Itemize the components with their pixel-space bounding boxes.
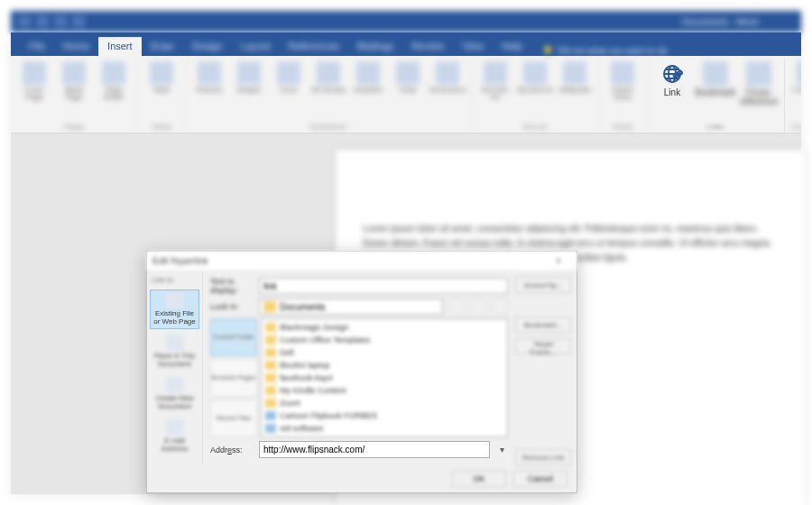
list-item: facebook-kay4 <box>265 372 503 384</box>
chart-button[interactable]: Chart <box>390 61 426 110</box>
list-item: Custom Office Templates <box>265 334 503 346</box>
get-addins-button[interactable]: Get Add-ins <box>477 61 513 110</box>
text-to-display-label: Text to display: <box>210 277 254 295</box>
browse-file-button[interactable] <box>492 298 508 315</box>
wikipedia-button[interactable]: Wikipedia <box>557 61 593 110</box>
tab-layout[interactable]: Layout <box>232 37 280 56</box>
look-in-label: Look in: <box>210 302 254 311</box>
list-item: Blackmagic Design <box>265 321 503 334</box>
globe-page-icon <box>166 292 184 308</box>
list-item: libx264 laptop <box>265 359 503 372</box>
cover-page-button[interactable]: Cover Page <box>16 61 52 110</box>
link-button-label: Link <box>664 88 680 97</box>
linkto-email[interactable]: E-mail Address <box>150 417 199 456</box>
ribbon-group-tables: Table Tables <box>138 60 186 133</box>
ribbon-group-pages: Cover Page Blank Page Page Break Pages <box>11 60 138 133</box>
ribbon-group-links: Link Bookmark Cross-reference Links <box>647 60 785 133</box>
insert-hyperlink-dialog: Edit Hyperlink × Link to: Existing File … <box>146 251 577 493</box>
pictures-button[interactable]: Pictures <box>191 61 227 110</box>
tab-insert[interactable]: Insert <box>98 37 142 56</box>
link-button[interactable]: Link <box>652 61 692 110</box>
tab-help[interactable]: Help <box>493 37 531 56</box>
cancel-button[interactable]: Cancel <box>513 471 567 487</box>
list-item: Dell <box>265 346 503 359</box>
tab-design[interactable]: Design <box>182 37 231 56</box>
list-item: Zoom <box>265 397 503 409</box>
linkto-place-in-document[interactable]: Place in This Document <box>150 332 199 372</box>
link-to-label: Link to: <box>150 275 199 287</box>
file-list[interactable]: Blackmagic Design Custom Office Template… <box>261 318 508 437</box>
online-video-button[interactable]: Online Video <box>604 61 641 110</box>
address-label: Address: <box>210 445 254 454</box>
cross-reference-button[interactable]: Cross-reference <box>739 61 779 110</box>
address-dropdown-icon[interactable]: ▾ <box>495 445 508 454</box>
ribbon-group-illustrations: Pictures Shapes Icons 3D Models SmartArt… <box>186 60 472 133</box>
tab-file[interactable]: File <box>20 37 54 56</box>
blank-page-button[interactable]: Blank Page <box>56 61 92 110</box>
smartart-button[interactable]: SmartArt <box>350 61 386 110</box>
3d-models-button[interactable]: 3D Models <box>310 61 346 110</box>
browse-nav: Current Folder Browsed Pages Recent File… <box>210 318 257 437</box>
dialog-titlebar[interactable]: Edit Hyperlink × <box>147 252 577 271</box>
ribbon-tabbar: File Home Insert Draw Design Layout Refe… <box>11 32 801 56</box>
tab-home[interactable]: Home <box>54 37 98 56</box>
screenshot-button[interactable]: Screenshot <box>429 61 466 110</box>
list-item: Cartoon Flipbook FORBES <box>265 409 503 422</box>
bookmark-button[interactable]: Bookmark <box>696 61 735 110</box>
tab-mailings[interactable]: Mailings <box>348 37 402 56</box>
page-break-button[interactable]: Page Break <box>96 61 132 110</box>
linkto-existing-file[interactable]: Existing File or Web Page <box>150 289 199 329</box>
list-item: vid-software <box>265 422 503 435</box>
ribbon-group-addins: Get Add-ins My Add-ins Wikipedia Add-ins <box>472 60 599 133</box>
ribbon-group-comments: Comment Comments <box>785 60 801 133</box>
tab-view[interactable]: View <box>453 37 493 56</box>
link-to-column: Link to: Existing File or Web Page Place… <box>147 271 203 465</box>
look-in-combo[interactable]: Documents <box>259 298 443 315</box>
quick-access-toolbar[interactable] <box>18 15 85 28</box>
remove-link-button[interactable]: Remove Link <box>515 449 571 465</box>
my-addins-button[interactable]: My Add-ins <box>517 61 553 110</box>
document-title: Document1 - Word <box>682 17 758 27</box>
title-bar: Document1 - Word <box>11 11 801 32</box>
folder-icon <box>263 301 276 312</box>
close-icon[interactable]: × <box>546 256 571 266</box>
ok-button[interactable]: OK <box>452 471 506 487</box>
nav-current-folder[interactable]: Current Folder <box>210 318 257 356</box>
link-icon <box>660 61 685 87</box>
screentip-button[interactable]: ScreenTip... <box>515 277 571 293</box>
nav-browsed-pages[interactable]: Browsed Pages <box>210 359 257 397</box>
table-button[interactable]: Table <box>143 61 180 110</box>
up-folder-button[interactable] <box>448 298 465 315</box>
tab-references[interactable]: References <box>280 37 348 56</box>
shapes-button[interactable]: Shapes <box>231 61 267 110</box>
text-to-display-input[interactable] <box>259 278 508 294</box>
nav-recent-files[interactable]: Recent Files <box>210 399 257 437</box>
tab-review[interactable]: Review <box>402 37 453 56</box>
tab-draw[interactable]: Draw <box>142 37 183 56</box>
ribbon-group-media: Online Video Media <box>599 60 647 133</box>
browse-web-button[interactable] <box>470 298 486 315</box>
ribbon: Cover Page Blank Page Page Break Pages T… <box>11 56 801 133</box>
comment-button[interactable]: Comment <box>790 61 801 110</box>
linkto-create-new[interactable]: Create New Document <box>150 374 199 414</box>
list-item: My Kindle Content <box>265 384 503 397</box>
address-input[interactable] <box>259 441 490 458</box>
icons-button[interactable]: Icons <box>271 61 307 110</box>
dialog-title: Edit Hyperlink <box>152 256 208 266</box>
target-frame-button[interactable]: Target Frame... <box>515 338 571 354</box>
tell-me-search[interactable]: 💡 Tell me what you want to do <box>542 46 668 56</box>
bookmark-dialog-button[interactable]: Bookmark... <box>515 317 571 333</box>
